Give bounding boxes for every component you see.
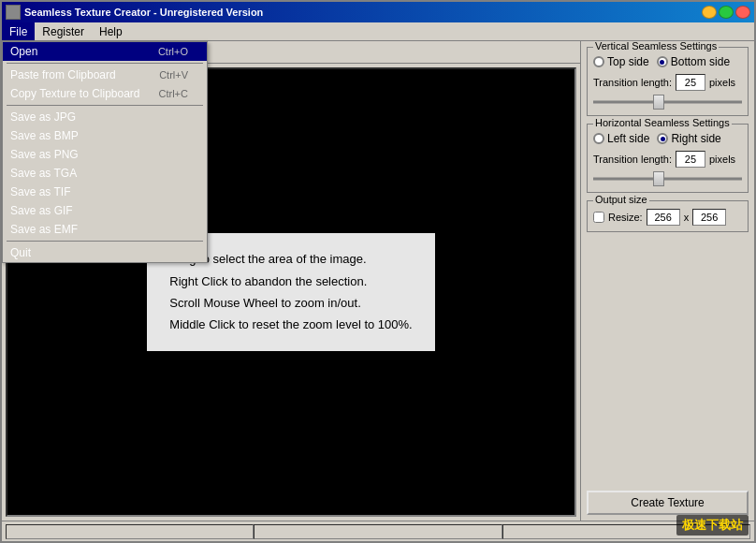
horizontal-slider-thumb[interactable] [653,171,664,186]
menu-register[interactable]: Register [35,22,92,40]
resize-checkbox[interactable] [593,212,604,223]
menu-paste-label: Paste from Clipboard [10,68,116,81]
menu-save-png-label: Save as PNG [10,148,79,161]
vertical-slider[interactable] [593,95,742,110]
menu-save-gif[interactable]: Save as GIF [3,201,207,220]
bottom-side-radio[interactable] [657,56,668,67]
top-side-option[interactable]: Top side [593,55,649,68]
horizontal-transition-row: Transition length: pixels [593,151,742,168]
vertical-transition-input[interactable] [676,74,705,91]
left-side-option[interactable]: Left side [593,132,649,145]
title-controls[interactable] [702,6,750,19]
right-panel: Vertical Seamless Settings Top side Bott… [581,41,754,521]
menu-copy-texture[interactable]: Copy Texture to Clipboard Ctrl+C [3,84,207,103]
horizontal-settings-title: Horizontal Seamless Settings [593,117,732,128]
status-bar [2,521,754,541]
top-side-label: Top side [607,55,649,68]
height-input[interactable] [692,209,726,226]
instruction-2: Right Click to abandon the selection. [169,271,412,292]
menu-copy-label: Copy Texture to Clipboard [10,87,140,100]
status-segment-2 [254,524,502,539]
menu-save-tif[interactable]: Save as TIF [3,183,207,201]
vertical-settings-title: Vertical Seamless Settings [593,41,719,51]
separator-1 [7,63,203,64]
left-side-radio[interactable] [593,133,604,144]
horizontal-settings-group: Horizontal Seamless Settings Left side R… [587,124,749,193]
width-input[interactable] [647,209,680,226]
menu-quit-label: Quit [10,246,31,259]
menu-save-jpg[interactable]: Save as JPG [3,108,207,126]
horizontal-transition-input[interactable] [676,151,705,168]
right-side-option[interactable]: Right side [657,132,720,145]
minimize-button[interactable] [702,6,717,19]
left-side-label: Left side [607,132,649,145]
resize-label: Resize: [608,212,643,223]
horizontal-transition-label: Transition length: [593,154,672,165]
vertical-pixels-label: pixels [709,77,735,88]
title-bar: Seamless Texture Creator - Unregistered … [2,2,754,22]
vertical-settings-group: Vertical Seamless Settings Top side Bott… [587,47,749,116]
menu-save-tga[interactable]: Save as TGA [3,164,207,183]
bottom-side-label: Bottom side [671,55,730,68]
right-side-label: Right side [671,132,720,145]
separator-2 [7,105,203,106]
right-side-radio[interactable] [657,133,668,144]
status-segment-1 [6,524,254,539]
menu-help[interactable]: Help [92,22,130,40]
horizontal-pixels-label: pixels [709,154,735,165]
top-side-radio[interactable] [593,56,604,67]
x-label: x [684,212,690,223]
menu-bar: File Open Ctrl+O Paste from Clipboard Ct… [2,22,754,41]
create-texture-button[interactable]: Create Texture [587,491,749,515]
menu-save-bmp[interactable]: Save as BMP [3,126,207,145]
title-bar-left: Seamless Texture Creator - Unregistered … [6,5,263,20]
main-window: Seamless Texture Creator - Unregistered … [0,0,756,543]
watermark: 极速下载站 [676,515,749,536]
menu-save-bmp-label: Save as BMP [10,129,79,142]
bottom-side-option[interactable]: Bottom side [657,55,730,68]
vertical-transition-label: Transition length: [593,77,672,88]
vertical-slider-track [593,101,742,104]
menu-save-emf[interactable]: Save as EMF [3,220,207,239]
vertical-slider-thumb[interactable] [653,95,664,110]
menu-open-label: Open [10,45,37,58]
separator-3 [7,241,203,242]
menu-save-tga-label: Save as TGA [10,167,77,180]
menu-paste-shortcut: Ctrl+V [159,69,188,81]
instruction-4: Middle Click to reset the zoom level to … [169,314,412,335]
menu-save-tif-label: Save as TIF [10,185,70,198]
menu-save-gif-label: Save as GIF [10,204,73,217]
resize-row: Resize: x [593,209,742,226]
menu-copy-shortcut: Ctrl+C [159,88,188,99]
horizontal-radio-row: Left side Right side [593,132,742,145]
menu-file[interactable]: File Open Ctrl+O Paste from Clipboard Ct… [2,22,35,40]
menu-quit[interactable]: Quit [3,243,207,262]
file-dropdown-menu: Open Ctrl+O Paste from Clipboard Ctrl+V … [2,41,208,263]
menu-open-shortcut: Ctrl+O [158,46,188,57]
maximize-button[interactable] [719,6,734,19]
app-icon [6,5,21,20]
menu-save-emf-label: Save as EMF [10,223,78,236]
output-size-title: Output size [593,194,649,205]
vertical-radio-row: Top side Bottom side [593,55,742,68]
close-button[interactable] [735,6,750,19]
menu-paste-clipboard[interactable]: Paste from Clipboard Ctrl+V [3,66,207,84]
menu-open[interactable]: Open Ctrl+O [3,42,207,61]
menu-save-jpg-label: Save as JPG [10,110,76,124]
horizontal-slider[interactable] [593,171,742,186]
output-size-group: Output size Resize: x [587,200,749,232]
horizontal-slider-track [593,178,742,181]
window-title: Seamless Texture Creator - Unregistered … [24,7,263,18]
vertical-transition-row: Transition length: pixels [593,74,742,91]
instruction-3: Scroll Mouse Wheel to zoom in/out. [169,292,412,314]
menu-save-png[interactable]: Save as PNG [3,145,207,164]
